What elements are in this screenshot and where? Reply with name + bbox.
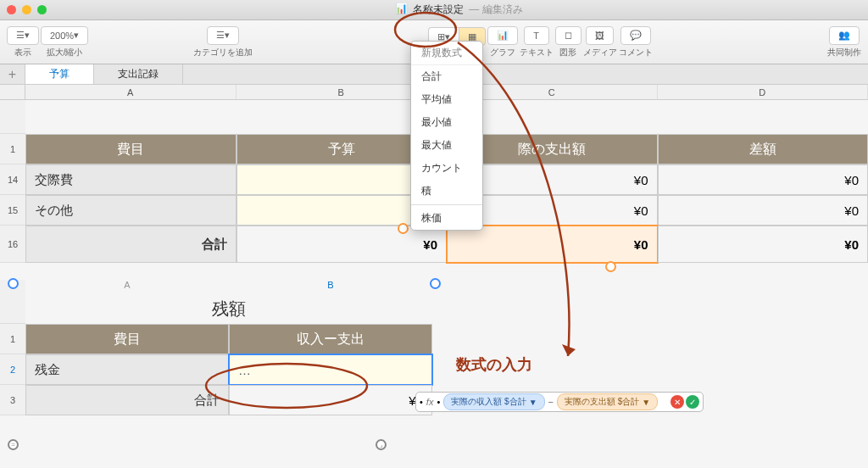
cell-entertainment[interactable]: 交際費 — [25, 164, 236, 195]
cell-formula-editing[interactable]: … — [229, 354, 432, 385]
formula-token-income[interactable]: 実際の収入額 $合計 ▼ — [443, 393, 544, 410]
comment-label: コメント — [619, 47, 653, 58]
document-title: 名称未設定 — [413, 3, 464, 17]
row-16[interactable]: 16 — [0, 226, 25, 263]
row2-2[interactable]: 2 — [0, 354, 25, 385]
cancel-formula-button[interactable]: ✕ — [670, 395, 684, 409]
annotation-label: 数式の入力 — [456, 354, 532, 375]
tab-budget[interactable]: 予算 — [25, 64, 94, 84]
header2-item[interactable]: 費目 — [25, 324, 229, 354]
comment-button[interactable]: 💬 — [620, 26, 651, 45]
category-label: カテゴリを追加 — [193, 47, 253, 58]
category-group: ☰▾ カテゴリを追加 — [193, 26, 253, 58]
dropdown-separator — [411, 204, 482, 205]
cell-remaining[interactable]: 残金 — [25, 354, 229, 385]
cell[interactable]: ¥0 — [658, 195, 869, 226]
view-label: 表示 — [14, 47, 31, 58]
row-15[interactable]: 15 — [0, 195, 25, 226]
zoom-select[interactable]: 200%▾ — [41, 26, 88, 45]
formula-dot-icon: • — [420, 397, 423, 407]
table-equals-handle[interactable]: = — [8, 439, 19, 450]
chart-button[interactable]: 📊 — [487, 26, 518, 45]
table-balance: A B 残額 費目 収入ー支出 残金 … 合計 ¥0 — [25, 280, 432, 415]
col-A[interactable]: A — [25, 85, 236, 99]
dropdown-new-formula[interactable]: 新規数式 — [411, 42, 482, 65]
formula-dropdown: 新規数式 合計 平均値 最小値 最大値 カウント 積 株価 — [410, 41, 483, 231]
header-diff[interactable]: 差額 — [658, 134, 869, 164]
chart-label: グラフ — [490, 47, 515, 58]
maximize-window-button[interactable] — [37, 5, 47, 14]
media-button[interactable]: 🖼 — [586, 26, 614, 45]
shape-button[interactable]: ◻ — [555, 26, 581, 45]
collab-button[interactable]: 👥 — [829, 26, 860, 45]
row2-3[interactable]: 3 — [0, 385, 25, 415]
row-1[interactable]: 1 — [0, 134, 25, 164]
dropdown-count[interactable]: カウント — [411, 157, 482, 180]
table-corner-handle[interactable]: ⌟ — [376, 439, 387, 450]
cell-other[interactable]: その他 — [25, 195, 236, 226]
table-handle[interactable] — [8, 278, 19, 289]
chevron-down-icon: ▼ — [642, 398, 650, 407]
row-numbers-2: 1 2 3 — [0, 280, 25, 415]
dropdown-stock[interactable]: 株価 — [411, 207, 482, 230]
cell-total-diff[interactable]: ¥0 — [658, 226, 869, 263]
col2-B[interactable]: B — [229, 280, 432, 293]
row-14[interactable]: 14 — [0, 164, 25, 195]
document-edited-label: — 編集済み — [469, 3, 522, 17]
fx-label: fx — [426, 397, 434, 407]
cell2-total-label[interactable]: 合計 — [25, 385, 229, 415]
text-button[interactable]: T — [524, 26, 549, 45]
table-handle[interactable] — [430, 278, 441, 289]
view-button[interactable]: ☰▾ — [7, 26, 39, 45]
row2-1[interactable]: 1 — [0, 324, 25, 354]
selection-handle[interactable] — [605, 261, 616, 272]
row-numbers: 1 14 15 16 — [0, 100, 25, 263]
app-icon: 📊 — [395, 3, 408, 17]
formula-token-expense[interactable]: 実際の支出額 $合計 ▼ — [557, 393, 658, 410]
cell[interactable]: ¥0 — [658, 164, 869, 195]
cell2-total[interactable]: ¥0 — [229, 385, 432, 415]
dropdown-max[interactable]: 最大値 — [411, 134, 482, 157]
cell-total-budget[interactable]: ¥0 — [236, 226, 448, 263]
col-D[interactable]: D — [658, 85, 869, 99]
selection-handle[interactable] — [398, 223, 409, 234]
col2-A[interactable]: A — [25, 280, 229, 293]
dropdown-min[interactable]: 最小値 — [411, 111, 482, 134]
close-window-button[interactable] — [7, 5, 16, 14]
tab-spending[interactable]: 支出記録 — [94, 64, 183, 84]
header2-balance[interactable]: 収入ー支出 — [229, 324, 432, 354]
cell-total-actual-selected[interactable]: ¥0 — [447, 226, 658, 263]
window-controls — [7, 5, 47, 14]
media-label: メディア — [583, 47, 617, 58]
minus-operator: − — [548, 397, 554, 407]
header-item[interactable]: 費目 — [25, 134, 236, 164]
minimize-window-button[interactable] — [22, 5, 31, 14]
table2-title: 残額 — [25, 293, 432, 324]
cell-total-label[interactable]: 合計 — [25, 226, 236, 263]
titlebar: 📊 名称未設定 — 編集済み — [0, 0, 868, 20]
text-label: テキスト — [520, 47, 554, 58]
dropdown-sum[interactable]: 合計 — [411, 65, 482, 88]
dropdown-avg[interactable]: 平均値 — [411, 88, 482, 111]
shape-label: 図形 — [559, 47, 576, 58]
category-button[interactable]: ☰▾ — [207, 26, 239, 45]
zoom-label: 拡大/縮小 — [47, 47, 83, 58]
chevron-down-icon: ▼ — [529, 398, 537, 407]
formula-editor[interactable]: • fx • 実際の収入額 $合計 ▼ − 実際の支出額 $合計 ▼ ✕ ✓ — [415, 392, 704, 412]
zoom-group: 200%▾ 拡大/縮小 — [41, 26, 88, 58]
add-sheet-button[interactable]: + — [0, 64, 25, 84]
view-group: ☰▾ 表示 — [7, 26, 39, 58]
confirm-formula-button[interactable]: ✓ — [686, 395, 699, 409]
dropdown-product[interactable]: 積 — [411, 180, 482, 203]
window-title: 📊 名称未設定 — 編集済み — [57, 3, 861, 17]
collab-label: 共同制作 — [827, 47, 861, 58]
